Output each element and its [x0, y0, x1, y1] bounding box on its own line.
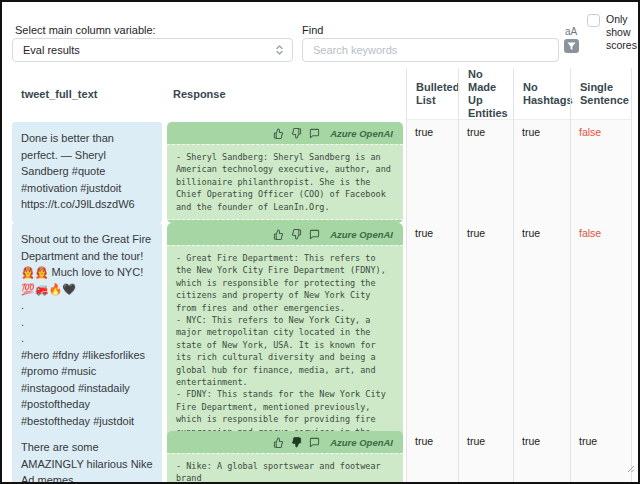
response-cell[interactable]: Azure OpenAI - Sheryl Sandberg: Sheryl S…: [164, 120, 406, 225]
comment-icon[interactable]: [309, 437, 320, 448]
column-header-no-hashtags[interactable]: No Hashtags: [513, 68, 570, 120]
column-header-response[interactable]: Response: [164, 68, 406, 120]
table-row: There are some AMAZINGLY hilarious Nike …: [12, 429, 636, 484]
only-show-scores-label: Only show scores: [606, 13, 640, 52]
provider-label: Azure OpenAI: [330, 229, 393, 240]
funnel-icon: [567, 42, 576, 51]
score-bulleted-list: true: [406, 429, 458, 484]
column-header-tweet-full-text[interactable]: tweet_full_text: [12, 68, 164, 120]
response-box: Azure OpenAI - Nike: A global sportswear…: [167, 431, 403, 484]
only-show-scores-checkbox[interactable]: [587, 14, 600, 27]
score-bulleted-list: true: [406, 120, 458, 225]
score-no-made-up-entities: true: [458, 429, 513, 484]
comment-icon[interactable]: [309, 229, 320, 240]
tweet-text: Done is better than perfect. — Sheryl Sa…: [12, 122, 162, 223]
column-header-single-sentence[interactable]: Single Sentence: [570, 68, 632, 120]
tweet-cell[interactable]: Done is better than perfect. — Sheryl Sa…: [12, 120, 164, 225]
column-header-bulleted-list[interactable]: Bulleted List: [406, 68, 458, 120]
score-no-hashtags: true: [513, 429, 570, 484]
score-no-made-up-entities: true: [458, 120, 513, 225]
thumbs-up-icon[interactable]: [273, 229, 284, 240]
only-show-scores-toggle[interactable]: Only show scores: [587, 13, 640, 52]
response-text: - Nike: A global sportswear and footwear…: [167, 453, 403, 484]
app-window: Select main column variable: Eval result…: [0, 0, 640, 484]
score-no-hashtags: true: [513, 120, 570, 225]
results-table: tweet_full_text Response Bulleted List N…: [12, 68, 636, 484]
main-column-select-value: Eval results: [23, 44, 275, 56]
thumbs-down-icon[interactable]: [291, 229, 302, 240]
search-input[interactable]: [302, 38, 559, 62]
response-text: - Sheryl Sandberg: Sheryl Sandberg is an…: [167, 144, 403, 220]
resize-handle-icon[interactable]: [627, 459, 635, 477]
table-header-row: tweet_full_text Response Bulleted List N…: [12, 68, 636, 120]
main-column-select[interactable]: Eval results: [12, 38, 293, 62]
column-header-no-made-up-entities[interactable]: No Made Up Entities: [458, 68, 513, 120]
response-box: Azure OpenAI - Sheryl Sandberg: Sheryl S…: [167, 122, 403, 223]
score-single-sentence: false: [570, 120, 632, 225]
score-single-sentence: true: [570, 429, 632, 484]
table-row: Shout out to the Great Fire Department a…: [12, 221, 636, 429]
match-case-icon[interactable]: aA: [565, 26, 577, 37]
tweet-text: There are some AMAZINGLY hilarious Nike …: [12, 431, 162, 484]
comment-icon[interactable]: [309, 128, 320, 139]
tweet-cell[interactable]: There are some AMAZINGLY hilarious Nike …: [12, 429, 164, 484]
thumbs-down-icon[interactable]: [291, 128, 302, 139]
select-main-column-label: Select main column variable:: [15, 24, 156, 36]
provider-label: Azure OpenAI: [330, 437, 393, 448]
filter-button[interactable]: [564, 39, 579, 53]
response-cell[interactable]: Azure OpenAI - Nike: A global sportswear…: [164, 429, 406, 484]
thumbs-up-icon[interactable]: [273, 128, 284, 139]
response-header: Azure OpenAI: [167, 223, 403, 245]
chevron-up-down-icon: [275, 44, 284, 56]
table-row: Done is better than perfect. — Sheryl Sa…: [12, 120, 636, 221]
response-header: Azure OpenAI: [167, 431, 403, 453]
thumbs-up-icon[interactable]: [273, 437, 284, 448]
response-header: Azure OpenAI: [167, 122, 403, 144]
provider-label: Azure OpenAI: [330, 128, 393, 139]
find-label: Find: [302, 24, 323, 36]
thumbs-down-icon-selected[interactable]: [291, 437, 302, 448]
